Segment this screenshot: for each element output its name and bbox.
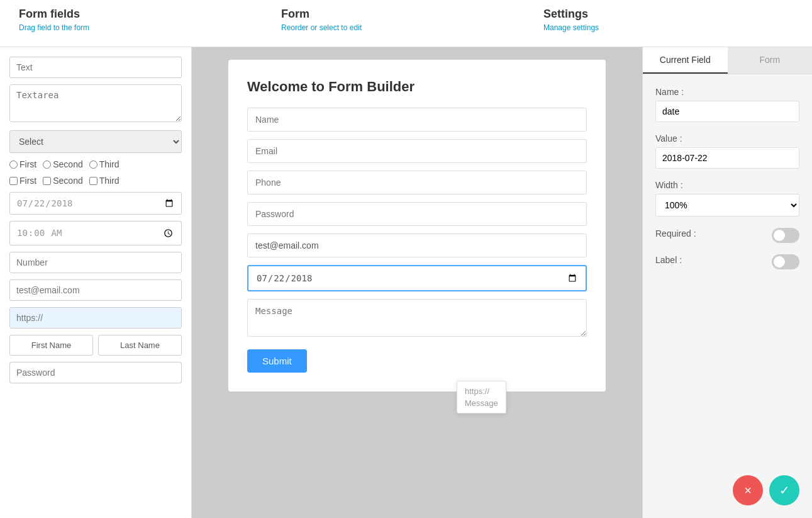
cancel-button[interactable]: × (733, 475, 763, 505)
form-card-title: Welcome to Form Builder (247, 79, 587, 95)
radio-third-label: Third (99, 159, 120, 169)
right-panel: Current Field Form Name : Value : Width … (642, 47, 812, 518)
form-message-field[interactable] (247, 299, 587, 339)
radio-third-input[interactable] (89, 160, 97, 169)
date-field-item[interactable] (9, 192, 182, 215)
checkbox-second-input[interactable] (43, 177, 51, 185)
password-field-item[interactable] (9, 362, 182, 383)
email-field-item[interactable] (9, 279, 182, 301)
checkbox-third-label: Third (99, 176, 120, 186)
date-input[interactable] (9, 192, 182, 215)
url-tooltip-value: https:// (465, 386, 498, 396)
settings-value-input[interactable] (655, 147, 799, 169)
radio-first-label: First (19, 159, 36, 169)
settings-label-label: Label : (655, 255, 682, 265)
settings-tabs: Current Field Form (643, 47, 812, 74)
url-input[interactable] (9, 307, 182, 329)
form-subtitle: Reorder or select to edit (281, 23, 531, 32)
checkbox-group: First Second Third (9, 176, 182, 186)
header-fields-section: Form fields Drag field to the form (13, 8, 275, 32)
radio-first[interactable]: First (9, 159, 36, 169)
checkbox-third-input[interactable] (89, 177, 97, 185)
checkbox-second[interactable]: Second (43, 176, 82, 186)
submit-button[interactable]: Submit (247, 349, 307, 373)
text-input[interactable] (9, 57, 182, 78)
form-name-field[interactable] (247, 108, 587, 132)
url-tooltip: https:// Message (457, 381, 506, 414)
bottom-actions: × ✓ (733, 475, 799, 505)
label-slider (772, 254, 799, 269)
settings-content: Name : Value : Width : 100% 75% 50% 25% … (643, 74, 812, 293)
form-email-field[interactable] (247, 139, 587, 163)
time-field-item[interactable] (9, 221, 182, 245)
form-phone-field[interactable] (247, 171, 587, 194)
text-field-item[interactable] (9, 57, 182, 78)
required-toggle[interactable] (772, 228, 799, 243)
header-form-section: Form Reorder or select to edit (275, 8, 537, 32)
checkbox-first[interactable]: First (9, 176, 36, 186)
label-toggle[interactable] (772, 254, 799, 269)
firstname-button[interactable]: First Name (9, 335, 93, 356)
form-password-input[interactable] (247, 202, 587, 226)
select-field-item[interactable]: Select Option 1 Option 2 (9, 130, 182, 153)
radio-group: First Second Third (9, 159, 182, 169)
settings-value-label: Value : (655, 133, 799, 144)
radio-first-input[interactable] (9, 160, 18, 169)
radio-second-input[interactable] (43, 160, 51, 169)
radio-second[interactable]: Second (43, 159, 82, 169)
lastname-button[interactable]: Last Name (98, 335, 182, 356)
number-input[interactable] (9, 252, 182, 273)
fields-title: Form fields (19, 8, 269, 21)
required-slider (772, 228, 799, 243)
settings-required-row: Required : (655, 228, 799, 243)
header-settings-section: Settings Manage settings (537, 8, 799, 32)
settings-width-row: Width : 100% 75% 50% 25% (655, 180, 799, 217)
form-date-input[interactable] (247, 265, 587, 291)
form-password-field[interactable] (247, 202, 587, 226)
select-input[interactable]: Select Option 1 Option 2 (9, 130, 182, 153)
settings-subtitle: Manage settings (543, 23, 793, 32)
checkbox-first-input[interactable] (9, 177, 18, 185)
fields-subtitle: Drag field to the form (19, 23, 269, 32)
time-input[interactable] (9, 221, 182, 245)
email-input[interactable] (9, 279, 182, 301)
tab-form[interactable]: Form (728, 47, 813, 74)
form-email2-field[interactable] (247, 234, 587, 257)
confirm-button[interactable]: ✓ (769, 475, 799, 505)
checkbox-third[interactable]: Third (89, 176, 120, 186)
radio-third[interactable]: Third (89, 159, 120, 169)
settings-width-select[interactable]: 100% 75% 50% 25% (655, 194, 799, 217)
form-message-input[interactable] (247, 299, 587, 337)
settings-label-row: Label : (655, 254, 799, 269)
name-group: First Name Last Name (9, 335, 182, 356)
left-panel: Select Option 1 Option 2 First Second Th… (0, 47, 192, 518)
settings-width-label: Width : (655, 180, 799, 190)
settings-name-input[interactable] (655, 101, 799, 122)
center-panel: Welcome to Form Builder https:// (192, 47, 642, 518)
settings-name-row: Name : (655, 87, 799, 122)
settings-title: Settings (543, 8, 793, 21)
textarea-field-item[interactable] (9, 84, 182, 124)
form-email-input[interactable] (247, 139, 587, 163)
settings-required-label: Required : (655, 228, 696, 239)
form-email2-input[interactable] (247, 234, 587, 257)
form-phone-input[interactable] (247, 171, 587, 194)
main-layout: Select Option 1 Option 2 First Second Th… (0, 47, 812, 518)
tab-current-field[interactable]: Current Field (643, 47, 728, 74)
url-field-item[interactable] (9, 307, 182, 329)
checkbox-second-label: Second (53, 176, 82, 186)
form-title: Form (281, 8, 531, 21)
password-input[interactable] (9, 362, 182, 383)
form-name-input[interactable] (247, 108, 587, 132)
url-tooltip-message: Message (465, 398, 498, 408)
textarea-input[interactable] (9, 84, 182, 122)
radio-second-label: Second (53, 159, 82, 169)
settings-name-label: Name : (655, 87, 799, 97)
number-field-item[interactable] (9, 252, 182, 273)
checkbox-first-label: First (19, 176, 36, 186)
header: Form fields Drag field to the form Form … (0, 0, 812, 47)
form-card: Welcome to Form Builder https:// (228, 60, 606, 391)
settings-value-row: Value : (655, 133, 799, 169)
form-date-field[interactable] (247, 265, 587, 291)
